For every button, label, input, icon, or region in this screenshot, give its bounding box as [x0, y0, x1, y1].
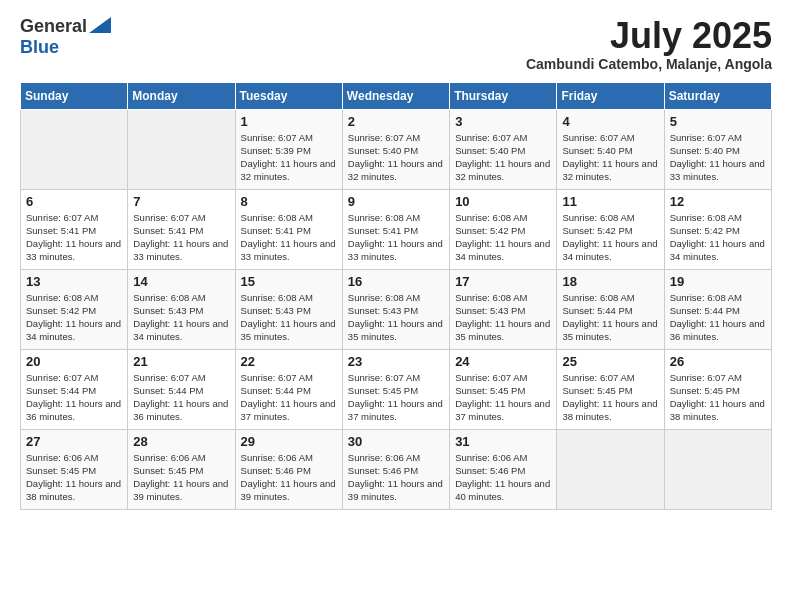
day-number: 20	[26, 354, 122, 369]
calendar-cell: 3Sunrise: 6:07 AM Sunset: 5:40 PM Daylig…	[450, 109, 557, 189]
day-info: Sunrise: 6:08 AM Sunset: 5:44 PM Dayligh…	[562, 291, 658, 344]
calendar-cell	[557, 429, 664, 509]
day-info: Sunrise: 6:07 AM Sunset: 5:40 PM Dayligh…	[562, 131, 658, 184]
logo-general-text: General	[20, 16, 87, 37]
calendar-cell: 26Sunrise: 6:07 AM Sunset: 5:45 PM Dayli…	[664, 349, 771, 429]
calendar-cell: 31Sunrise: 6:06 AM Sunset: 5:46 PM Dayli…	[450, 429, 557, 509]
calendar-day-header: Sunday	[21, 82, 128, 109]
day-number: 8	[241, 194, 337, 209]
calendar-cell	[21, 109, 128, 189]
calendar-week-row: 20Sunrise: 6:07 AM Sunset: 5:44 PM Dayli…	[21, 349, 772, 429]
location-title: Cambundi Catembo, Malanje, Angola	[526, 56, 772, 72]
day-info: Sunrise: 6:08 AM Sunset: 5:41 PM Dayligh…	[348, 211, 444, 264]
calendar-cell: 16Sunrise: 6:08 AM Sunset: 5:43 PM Dayli…	[342, 269, 449, 349]
day-info: Sunrise: 6:07 AM Sunset: 5:41 PM Dayligh…	[26, 211, 122, 264]
calendar-week-row: 1Sunrise: 6:07 AM Sunset: 5:39 PM Daylig…	[21, 109, 772, 189]
day-number: 9	[348, 194, 444, 209]
day-info: Sunrise: 6:08 AM Sunset: 5:44 PM Dayligh…	[670, 291, 766, 344]
day-number: 14	[133, 274, 229, 289]
calendar-cell	[128, 109, 235, 189]
day-info: Sunrise: 6:08 AM Sunset: 5:43 PM Dayligh…	[455, 291, 551, 344]
day-info: Sunrise: 6:08 AM Sunset: 5:42 PM Dayligh…	[26, 291, 122, 344]
calendar-cell	[664, 429, 771, 509]
day-info: Sunrise: 6:07 AM Sunset: 5:44 PM Dayligh…	[133, 371, 229, 424]
logo-icon	[89, 17, 111, 33]
day-info: Sunrise: 6:07 AM Sunset: 5:44 PM Dayligh…	[241, 371, 337, 424]
day-info: Sunrise: 6:08 AM Sunset: 5:42 PM Dayligh…	[455, 211, 551, 264]
calendar-day-header: Friday	[557, 82, 664, 109]
calendar-cell: 11Sunrise: 6:08 AM Sunset: 5:42 PM Dayli…	[557, 189, 664, 269]
calendar-cell: 21Sunrise: 6:07 AM Sunset: 5:44 PM Dayli…	[128, 349, 235, 429]
calendar-cell: 17Sunrise: 6:08 AM Sunset: 5:43 PM Dayli…	[450, 269, 557, 349]
day-number: 28	[133, 434, 229, 449]
day-info: Sunrise: 6:08 AM Sunset: 5:42 PM Dayligh…	[670, 211, 766, 264]
calendar-cell: 14Sunrise: 6:08 AM Sunset: 5:43 PM Dayli…	[128, 269, 235, 349]
calendar-day-header: Wednesday	[342, 82, 449, 109]
calendar-cell: 5Sunrise: 6:07 AM Sunset: 5:40 PM Daylig…	[664, 109, 771, 189]
calendar-cell: 8Sunrise: 6:08 AM Sunset: 5:41 PM Daylig…	[235, 189, 342, 269]
calendar-cell: 23Sunrise: 6:07 AM Sunset: 5:45 PM Dayli…	[342, 349, 449, 429]
calendar-cell: 2Sunrise: 6:07 AM Sunset: 5:40 PM Daylig…	[342, 109, 449, 189]
day-number: 26	[670, 354, 766, 369]
day-number: 10	[455, 194, 551, 209]
day-number: 13	[26, 274, 122, 289]
calendar-cell: 24Sunrise: 6:07 AM Sunset: 5:45 PM Dayli…	[450, 349, 557, 429]
day-number: 24	[455, 354, 551, 369]
calendar-cell: 6Sunrise: 6:07 AM Sunset: 5:41 PM Daylig…	[21, 189, 128, 269]
month-title: July 2025	[526, 16, 772, 56]
calendar-table: SundayMondayTuesdayWednesdayThursdayFrid…	[20, 82, 772, 510]
day-info: Sunrise: 6:07 AM Sunset: 5:45 PM Dayligh…	[562, 371, 658, 424]
day-number: 7	[133, 194, 229, 209]
day-number: 31	[455, 434, 551, 449]
day-number: 19	[670, 274, 766, 289]
calendar-day-header: Monday	[128, 82, 235, 109]
day-number: 3	[455, 114, 551, 129]
calendar-cell: 22Sunrise: 6:07 AM Sunset: 5:44 PM Dayli…	[235, 349, 342, 429]
page-header: General Blue July 2025 Cambundi Catembo,…	[20, 16, 772, 72]
calendar-week-row: 6Sunrise: 6:07 AM Sunset: 5:41 PM Daylig…	[21, 189, 772, 269]
day-number: 18	[562, 274, 658, 289]
day-info: Sunrise: 6:06 AM Sunset: 5:45 PM Dayligh…	[26, 451, 122, 504]
day-info: Sunrise: 6:07 AM Sunset: 5:45 PM Dayligh…	[348, 371, 444, 424]
day-number: 23	[348, 354, 444, 369]
calendar-cell: 19Sunrise: 6:08 AM Sunset: 5:44 PM Dayli…	[664, 269, 771, 349]
logo: General Blue	[20, 16, 111, 58]
day-number: 21	[133, 354, 229, 369]
day-info: Sunrise: 6:08 AM Sunset: 5:42 PM Dayligh…	[562, 211, 658, 264]
day-info: Sunrise: 6:06 AM Sunset: 5:46 PM Dayligh…	[241, 451, 337, 504]
day-number: 6	[26, 194, 122, 209]
day-info: Sunrise: 6:08 AM Sunset: 5:43 PM Dayligh…	[241, 291, 337, 344]
svg-marker-0	[89, 17, 111, 33]
day-info: Sunrise: 6:06 AM Sunset: 5:46 PM Dayligh…	[348, 451, 444, 504]
day-number: 17	[455, 274, 551, 289]
calendar-cell: 28Sunrise: 6:06 AM Sunset: 5:45 PM Dayli…	[128, 429, 235, 509]
day-number: 1	[241, 114, 337, 129]
calendar-cell: 18Sunrise: 6:08 AM Sunset: 5:44 PM Dayli…	[557, 269, 664, 349]
day-number: 4	[562, 114, 658, 129]
calendar-week-row: 13Sunrise: 6:08 AM Sunset: 5:42 PM Dayli…	[21, 269, 772, 349]
day-number: 16	[348, 274, 444, 289]
day-info: Sunrise: 6:06 AM Sunset: 5:46 PM Dayligh…	[455, 451, 551, 504]
day-info: Sunrise: 6:08 AM Sunset: 5:43 PM Dayligh…	[348, 291, 444, 344]
logo-blue-text: Blue	[20, 37, 59, 58]
calendar-cell: 9Sunrise: 6:08 AM Sunset: 5:41 PM Daylig…	[342, 189, 449, 269]
calendar-cell: 10Sunrise: 6:08 AM Sunset: 5:42 PM Dayli…	[450, 189, 557, 269]
calendar-cell: 1Sunrise: 6:07 AM Sunset: 5:39 PM Daylig…	[235, 109, 342, 189]
day-info: Sunrise: 6:07 AM Sunset: 5:45 PM Dayligh…	[455, 371, 551, 424]
calendar-week-row: 27Sunrise: 6:06 AM Sunset: 5:45 PM Dayli…	[21, 429, 772, 509]
day-info: Sunrise: 6:07 AM Sunset: 5:44 PM Dayligh…	[26, 371, 122, 424]
day-number: 11	[562, 194, 658, 209]
calendar-cell: 7Sunrise: 6:07 AM Sunset: 5:41 PM Daylig…	[128, 189, 235, 269]
calendar-cell: 27Sunrise: 6:06 AM Sunset: 5:45 PM Dayli…	[21, 429, 128, 509]
day-number: 27	[26, 434, 122, 449]
day-number: 15	[241, 274, 337, 289]
calendar-cell: 12Sunrise: 6:08 AM Sunset: 5:42 PM Dayli…	[664, 189, 771, 269]
day-info: Sunrise: 6:07 AM Sunset: 5:40 PM Dayligh…	[348, 131, 444, 184]
day-info: Sunrise: 6:07 AM Sunset: 5:40 PM Dayligh…	[455, 131, 551, 184]
day-number: 30	[348, 434, 444, 449]
day-number: 2	[348, 114, 444, 129]
day-info: Sunrise: 6:07 AM Sunset: 5:40 PM Dayligh…	[670, 131, 766, 184]
day-number: 22	[241, 354, 337, 369]
day-info: Sunrise: 6:08 AM Sunset: 5:43 PM Dayligh…	[133, 291, 229, 344]
calendar-cell: 30Sunrise: 6:06 AM Sunset: 5:46 PM Dayli…	[342, 429, 449, 509]
